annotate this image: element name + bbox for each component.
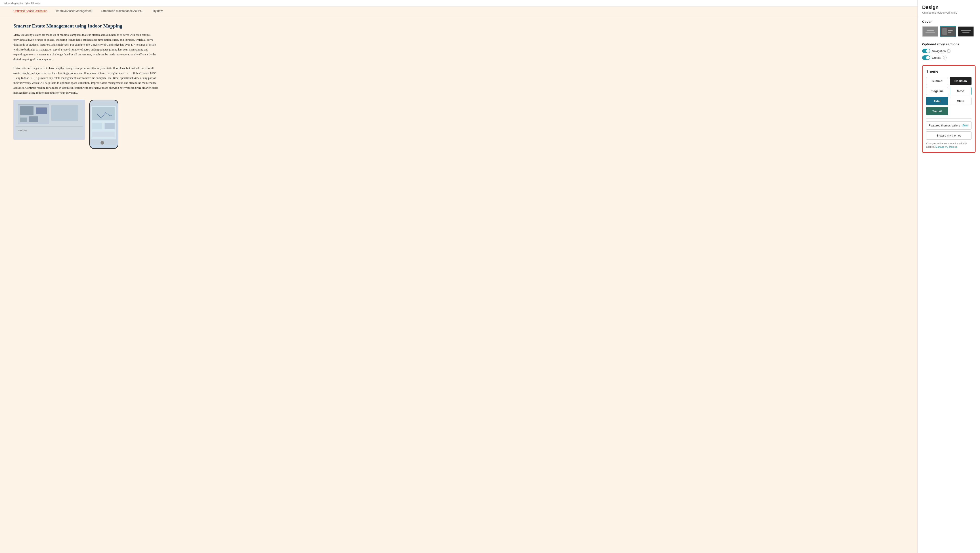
nav-tab-4[interactable]: Try now [152, 9, 162, 13]
nav-tab-3[interactable]: Streamline Maintenance Activit... [102, 9, 144, 13]
phone-image [89, 100, 118, 149]
featured-themes-gallery-button[interactable]: Featured themes gallery Beta [926, 121, 972, 130]
cover-option-1[interactable] [922, 26, 938, 37]
cover-options [922, 26, 975, 37]
svg-rect-4 [36, 107, 47, 114]
navigation-toggle-row: Navigation i [922, 49, 975, 53]
credits-toggle-row: Credits i [922, 56, 975, 60]
theme-mesa[interactable]: Mesa [950, 87, 972, 95]
navigation-tabs: Optimise Space Utilisation Improve Asset… [0, 6, 918, 16]
svg-rect-7 [51, 105, 78, 121]
theme-transit[interactable]: Transit [926, 107, 948, 115]
browse-themes-button[interactable]: Browse my themes [926, 131, 972, 140]
svg-rect-5 [20, 118, 27, 122]
credits-toggle[interactable] [922, 56, 930, 60]
theme-title: Theme [926, 69, 972, 74]
theme-summit[interactable]: Summit [926, 77, 948, 85]
beta-badge: Beta [961, 124, 969, 127]
theme-footer: Changes to themes are automatically appl… [926, 142, 972, 149]
panel-title: Design [922, 5, 975, 10]
cover-option-3[interactable] [958, 26, 974, 37]
content-paragraph-2: Universities no longer need to have leng… [13, 66, 161, 96]
image-row: Map View [13, 100, 161, 149]
content-heading: Smarter Estate Management using Indoor M… [13, 23, 161, 29]
cover-option-2[interactable] [940, 26, 956, 37]
navigation-label: Navigation [932, 49, 946, 53]
app-title: Indoor Mapping for Higher Education [3, 2, 41, 5]
optional-sections-label: Optional story sections [922, 42, 975, 46]
svg-text:Map View: Map View [18, 129, 27, 131]
svg-rect-6 [29, 116, 38, 122]
svg-rect-15 [92, 132, 115, 137]
svg-rect-3 [20, 106, 33, 115]
credits-label: Credits [932, 56, 941, 59]
theme-grid: Summit Obsidian Ridgeline Mesa Tidal Sla… [926, 77, 972, 115]
theme-divider [926, 118, 972, 119]
cover-label: Cover [922, 20, 975, 24]
theme-tidal[interactable]: Tidal [926, 97, 948, 105]
svg-rect-12 [92, 107, 115, 120]
panel-subtitle: Change the look of your story [922, 11, 975, 14]
svg-rect-13 [92, 123, 102, 129]
browse-button-label: Browse my themes [936, 134, 961, 137]
navigation-toggle[interactable] [922, 49, 930, 53]
nav-tab-2[interactable]: Improve Asset Management [56, 9, 92, 13]
map-image: Map View [13, 100, 85, 140]
navigation-info-icon[interactable]: i [947, 49, 951, 53]
theme-obsidian[interactable]: Obsidian [950, 77, 972, 85]
credits-info-icon[interactable]: i [943, 56, 947, 59]
theme-section: Theme Summit Obsidian Ridgeline Mesa Tid… [922, 65, 975, 153]
gallery-button-label: Featured themes gallery [929, 124, 960, 127]
manage-themes-link[interactable]: Manage my themes [935, 145, 957, 148]
content-paragraph-1: Many university estates are made up of m… [13, 32, 161, 62]
svg-rect-14 [105, 123, 115, 129]
nav-tab-1[interactable]: Optimise Space Utilisation [13, 9, 47, 13]
main-content-body: Smarter Estate Management using Indoor M… [0, 16, 174, 156]
design-panel: Design Change the look of your story Cov… [918, 0, 980, 553]
top-bar: Indoor Mapping for Higher Education [0, 0, 918, 6]
optional-sections: Optional story sections Navigation i Cre… [922, 42, 975, 60]
theme-slate[interactable]: Slate [950, 97, 972, 105]
theme-ridgeline[interactable]: Ridgeline [926, 87, 948, 95]
svg-point-16 [100, 141, 104, 145]
